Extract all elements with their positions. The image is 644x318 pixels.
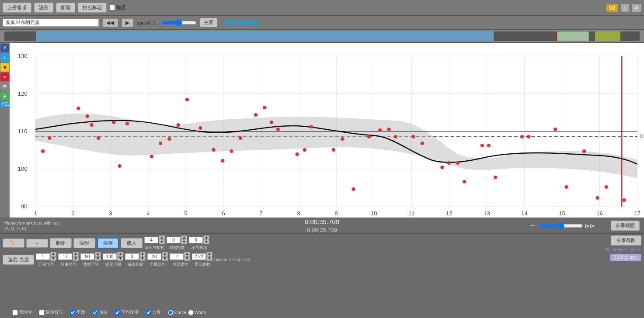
start-bar-down[interactable]: ▼: [50, 256, 56, 261]
chart-container[interactable]: .grid-line { stroke: #ccc; stroke-width:…: [10, 43, 644, 218]
bar-count-group: ▲ ▼ 每小节拍数: [144, 235, 165, 251]
worm-slider[interactable]: [539, 222, 583, 229]
speed-low-down[interactable]: ▼: [95, 256, 101, 261]
speed-label: speed: [137, 20, 150, 25]
force-label[interactable]: 力度: [146, 309, 161, 315]
flip-checkbox-label[interactable]: 翻页: [109, 4, 126, 11]
force-zoom-up[interactable]: ▲: [184, 252, 190, 256]
plus-button[interactable]: +: [0, 92, 9, 100]
mobile-icon-button[interactable]: ↔: [26, 239, 48, 248]
uploading-status: Uploading: [224, 19, 258, 27]
force-zoom-input[interactable]: [170, 253, 184, 260]
worm-radio[interactable]: [188, 310, 194, 315]
second-row: ◀◀ ▶ speed 1 主置 Uploading: [0, 16, 644, 30]
worm-radio-label[interactable]: Worm: [188, 310, 206, 315]
waveform-blue: [36, 31, 494, 41]
step-label: 小节步移: [191, 245, 207, 251]
svg-point-68: [239, 136, 242, 140]
window-down[interactable]: ▼: [206, 256, 212, 261]
force-smooth-up[interactable]: ▲: [162, 252, 168, 256]
waveform-bar[interactable]: [4, 31, 640, 41]
beat-checkbox[interactable]: [92, 310, 98, 315]
step-group: ▲ ▼ 小节步移: [189, 235, 209, 251]
force-smooth-input[interactable]: [147, 253, 161, 260]
spectrum-button[interactable]: 频谱: [56, 3, 75, 13]
rough-beat-input[interactable]: [167, 237, 181, 243]
window-input[interactable]: [192, 253, 206, 260]
rough-beat-down[interactable]: ▼: [181, 240, 187, 244]
close-button[interactable]: ✕: [632, 4, 641, 12]
track-name-input[interactable]: [3, 19, 99, 27]
beat-label[interactable]: 拍点: [92, 309, 108, 315]
split-button[interactable]: 分季截图: [611, 221, 640, 231]
mail-button[interactable]: ✉: [0, 82, 9, 91]
svg-point-87: [456, 161, 460, 165]
help-button[interactable]: HELP: [0, 101, 10, 107]
zhuanyi-button[interactable]: 主置: [200, 18, 217, 27]
avg-speed-checkbox[interactable]: [115, 310, 120, 315]
random-music-label[interactable]: 随随音乐: [39, 309, 63, 315]
speed-low-input[interactable]: [80, 253, 94, 260]
random-music-checkbox[interactable]: [39, 310, 45, 315]
window-up[interactable]: ▲: [206, 252, 212, 256]
svg-text:120: 120: [18, 90, 28, 97]
start-bar-label: 开始小节: [38, 262, 54, 267]
flip-checkbox[interactable]: [109, 5, 115, 10]
force-zoom-down[interactable]: ▼: [184, 256, 190, 261]
absorb-button[interactable]: 吸附: [73, 238, 95, 248]
save-button[interactable]: 保存: [97, 238, 119, 249]
speed-high-input[interactable]: [103, 253, 117, 260]
avg-speed-label[interactable]: 平均速度: [115, 309, 139, 315]
line-width-up[interactable]: ▲: [139, 252, 146, 256]
no-sound-checkbox[interactable]: [12, 310, 18, 315]
facebook-button[interactable]: f: [0, 44, 9, 52]
delete-button[interactable]: 删除: [50, 238, 72, 248]
end-bar-down[interactable]: ▼: [73, 256, 79, 261]
force-checkbox[interactable]: [146, 310, 151, 315]
svg-point-82: [394, 135, 397, 138]
v2-button[interactable]: V2: [606, 4, 618, 12]
svg-point-77: [341, 137, 344, 141]
twitter-button[interactable]: t: [0, 53, 9, 62]
star-button[interactable]: ★: [0, 63, 9, 72]
split-view-button[interactable]: 分季截图: [611, 235, 641, 245]
svg-point-91: [494, 176, 497, 179]
wave-button[interactable]: 波形: [34, 3, 53, 13]
step-up[interactable]: ▲: [203, 235, 209, 240]
bar-count-up[interactable]: ▲: [159, 235, 165, 240]
bar-count-input[interactable]: [144, 237, 158, 243]
smooth-label[interactable]: 平滑: [70, 309, 85, 315]
svg-point-86: [447, 161, 450, 165]
rough-beat-up[interactable]: ▲: [181, 235, 187, 240]
speed-high-up[interactable]: ▲: [117, 252, 123, 256]
start-bar-up[interactable]: ▲: [50, 252, 56, 256]
move-icon-button[interactable]: ✏️: [3, 238, 24, 248]
smooth-checkbox[interactable]: [70, 310, 76, 315]
speed-slider[interactable]: [161, 19, 196, 26]
prev-button[interactable]: ◀◀: [102, 18, 118, 27]
bar-count-down[interactable]: ▼: [159, 240, 165, 244]
force-smooth-down[interactable]: ▼: [162, 256, 168, 261]
home-button[interactable]: ⌂: [621, 4, 629, 12]
end-bar-input[interactable]: [58, 253, 72, 260]
speed-force-button[interactable]: 速度-力度: [3, 255, 34, 265]
line-width-down[interactable]: ▼: [139, 256, 146, 261]
no-sound-label[interactable]: 元唯吟: [12, 309, 32, 315]
weibo-button[interactable]: W: [0, 73, 9, 81]
upload-music-button[interactable]: 上传音乐: [3, 3, 31, 13]
line-width-input[interactable]: [125, 253, 139, 260]
step-input[interactable]: [189, 237, 203, 243]
start-bar-input[interactable]: [36, 253, 50, 260]
curve-radio[interactable]: [168, 310, 174, 315]
speed-low-up[interactable]: ▲: [95, 252, 101, 256]
step-down[interactable]: ▼: [203, 240, 209, 244]
curve-radio-label[interactable]: Curve: [168, 310, 186, 315]
speed-high-down[interactable]: ▼: [117, 256, 123, 261]
play-button[interactable]: ▶: [122, 18, 133, 27]
end-bar-up[interactable]: ▲: [73, 252, 79, 256]
load-button[interactable]: 载入: [121, 238, 143, 248]
window-label: 窗口参数: [195, 262, 210, 267]
top-toolbar: 上传音乐 波形 频谱 拍点标记 翻页 V2 ⌂ ✕: [0, 0, 644, 16]
svg-text:9: 9: [335, 210, 338, 217]
beat-mark-button[interactable]: 拍点标记: [78, 3, 107, 13]
